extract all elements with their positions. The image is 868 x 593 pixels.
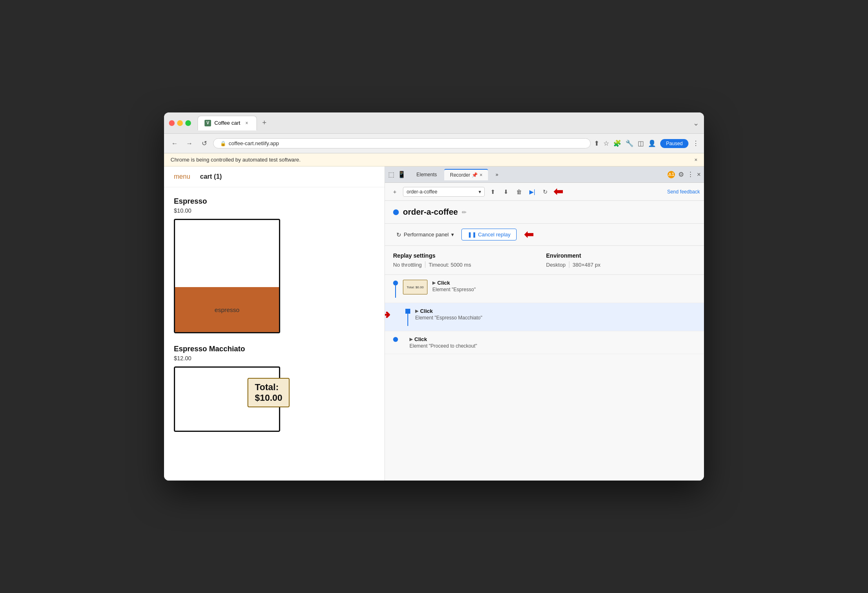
notification-icon: ⚠ — [668, 172, 672, 177]
espresso-cup[interactable]: espresso — [174, 219, 280, 333]
tab-close-button[interactable]: × — [243, 120, 250, 126]
tab-favicon: V — [205, 120, 211, 126]
close-traffic-light[interactable] — [169, 120, 175, 126]
tab-recorder[interactable]: Recorder 📌 × — [444, 169, 488, 180]
banner-close-button[interactable]: × — [694, 157, 697, 163]
cancel-replay-label: ❚❚ Cancel replay — [468, 231, 510, 238]
env-divider — [569, 261, 569, 268]
repeat-button[interactable]: ↻ — [540, 186, 551, 198]
import-button[interactable]: ⬇ — [500, 186, 512, 198]
step-dot-1 — [393, 281, 398, 285]
recording-name-text: order-a-coffee — [407, 189, 437, 195]
extensions-icon[interactable]: 🧩 — [613, 139, 621, 147]
recording-selector[interactable]: order-a-coffee ▾ — [403, 187, 485, 197]
recording-dot — [393, 209, 399, 215]
step-dot-3 — [393, 337, 398, 342]
cart-link[interactable]: cart (1) — [200, 173, 222, 180]
settings-icon[interactable]: ⚙ — [678, 171, 684, 178]
address-bar: ← → ↺ 🔒 coffee-cart.netlify.app ⬆ ☆ 🧩 🔧 … — [164, 134, 704, 153]
address-input[interactable]: 🔒 coffee-cart.netlify.app — [213, 138, 591, 148]
tab-elements[interactable]: Elements — [411, 169, 443, 180]
step-timeline-1 — [393, 280, 398, 298]
notification-badge: ⚠ 1 — [668, 171, 675, 178]
more-options-icon[interactable]: ⋮ — [687, 171, 694, 178]
cup-liquid: espresso — [175, 287, 279, 332]
active-tab[interactable]: V Coffee cart × — [198, 116, 257, 130]
fullscreen-traffic-light[interactable] — [185, 120, 191, 126]
arrow-to-cancel: ⬅ — [524, 228, 533, 241]
recorder-pin-icon: 📌 — [472, 172, 478, 178]
settings-divider — [425, 261, 425, 268]
arrow-to-macchiato-step: ➜ — [385, 308, 390, 321]
steps-list: Total: $0.00 ▶ Click Element "Espresso" … — [385, 275, 704, 481]
recorder-action-buttons: ⬆ ⬇ 🗑 ▶| ↻ — [487, 186, 551, 198]
more-options-icon[interactable]: ⋮ — [693, 139, 699, 147]
step-thumbnail-1: Total: $0.00 — [403, 280, 427, 294]
expand-icon-3[interactable]: ▶ — [409, 337, 413, 342]
lock-icon: 🔒 — [220, 141, 226, 146]
device-toolbar-icon[interactable]: 📱 — [398, 171, 406, 178]
tab-bar: V Coffee cart × + — [198, 116, 690, 130]
forward-button[interactable]: → — [184, 138, 195, 149]
recorder-close-icon[interactable]: × — [479, 172, 482, 178]
traffic-lights — [169, 120, 191, 126]
step-item-macchiato[interactable]: ➜ ▶ Click Element "Espresso Macchiato" — [385, 303, 704, 331]
automation-text: Chrome is being controlled by automated … — [171, 157, 301, 163]
menu-link[interactable]: menu — [174, 173, 190, 180]
environment-value: Desktop 380×487 px — [546, 261, 696, 268]
step-action-2: Click — [420, 308, 433, 314]
automation-banner: Chrome is being controlled by automated … — [164, 153, 704, 166]
tab-more[interactable]: » — [490, 169, 504, 180]
espresso-item: Espresso $10.00 espresso — [174, 197, 375, 335]
timeout-value: Timeout: 5000 ms — [429, 262, 471, 268]
recorder-toolbar: + order-a-coffee ▾ ⬆ ⬇ 🗑 ▶| ↻ ⬅ Send fee… — [385, 183, 704, 201]
step-item-espresso[interactable]: Total: $0.00 ▶ Click Element "Espresso" — [385, 275, 704, 303]
paused-label: Paused — [666, 141, 683, 146]
back-button[interactable]: ← — [169, 138, 180, 149]
devtools-icon[interactable]: 🔧 — [625, 139, 634, 147]
cup-handle — [279, 245, 280, 269]
recording-header: order-a-coffee ✏ — [385, 201, 704, 224]
profile-icon[interactable]: 👤 — [648, 139, 656, 147]
step-content-2: ▶ Click Element "Espresso Macchiato" — [415, 308, 696, 321]
performance-dropdown-icon: ▾ — [451, 231, 454, 238]
devtools-tab-icons: ⚠ 1 ⚙ ⋮ × — [668, 171, 701, 178]
reload-button[interactable]: ↺ — [198, 138, 210, 149]
performance-panel-label: Performance panel — [404, 231, 449, 238]
step-element-1: Element "Espresso" — [432, 287, 696, 292]
split-view-icon[interactable]: ◫ — [638, 139, 644, 147]
delete-button[interactable]: 🗑 — [513, 186, 525, 198]
macchiato-item: Espresso Macchiato $12.00 Total: $10.00 — [174, 345, 375, 434]
url-text: coffee-cart.netlify.app — [229, 140, 279, 146]
bookmark-icon[interactable]: ☆ — [603, 139, 609, 147]
expand-icon-1[interactable]: ▶ — [432, 280, 436, 285]
new-tab-button[interactable]: + — [259, 117, 270, 129]
send-feedback-link[interactable]: Send feedback — [667, 189, 700, 195]
add-recording-button[interactable]: + — [389, 186, 400, 198]
close-devtools-icon[interactable]: × — [697, 171, 701, 178]
browser-toolbar-icons: ⬆ ☆ 🧩 🔧 ◫ 👤 Paused ⋮ — [594, 139, 699, 148]
step-content-1: ▶ Click Element "Espresso" — [432, 280, 696, 292]
expand-icon-2[interactable]: ▶ — [415, 308, 418, 314]
settings-row: Replay settings No throttling Timeout: 5… — [385, 246, 704, 275]
performance-panel-button[interactable]: ↻ Performance panel ▾ — [393, 230, 457, 240]
paused-button[interactable]: Paused — [660, 139, 688, 148]
export-button[interactable]: ⬆ — [487, 186, 499, 198]
cup-liquid-label: espresso — [215, 306, 240, 313]
thumbnail-text-1: Total: $0.00 — [407, 285, 423, 289]
tab-title: Coffee cart — [214, 120, 240, 126]
dropdown-icon: ▾ — [479, 189, 481, 195]
edit-title-icon[interactable]: ✏ — [462, 209, 467, 216]
browser-window: V Coffee cart × + ⌄ ← → ↺ 🔒 coffee-cart.… — [164, 112, 704, 481]
minimize-traffic-light[interactable] — [177, 120, 183, 126]
coffee-nav: menu cart (1) — [164, 166, 385, 187]
replay-settings-value: No throttling Timeout: 5000 ms — [393, 261, 543, 268]
cancel-replay-button[interactable]: ❚❚ Cancel replay — [461, 229, 517, 240]
step-item-checkout[interactable]: ▶ Click Element "Proceed to checkout" — [385, 331, 704, 354]
macchiato-name: Espresso Macchiato — [174, 345, 375, 353]
replay-button[interactable]: ▶| — [526, 186, 538, 198]
arrow-to-replay: ⬅ — [553, 185, 563, 198]
step-dot-square-2 — [405, 309, 410, 314]
element-selector-icon[interactable]: ⬚ — [388, 171, 394, 178]
share-icon[interactable]: ⬆ — [594, 139, 599, 147]
